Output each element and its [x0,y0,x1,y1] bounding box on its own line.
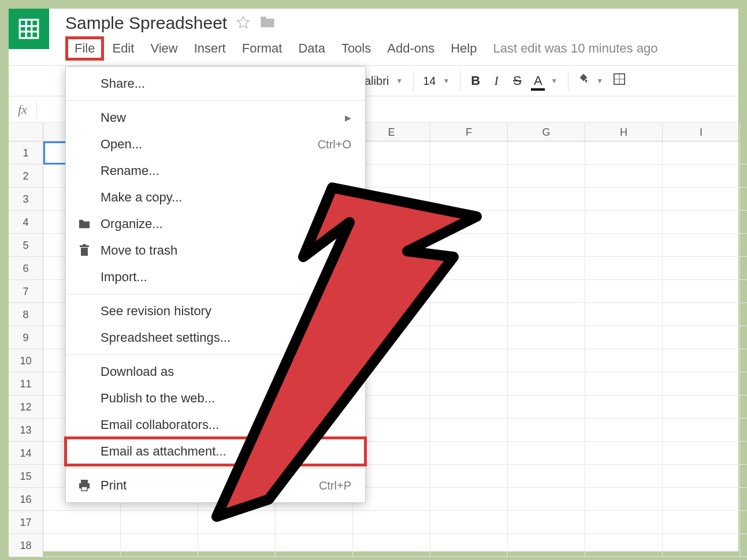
cell[interactable] [740,465,747,488]
cell[interactable] [353,511,430,534]
cell[interactable] [585,141,663,165]
document-title[interactable]: Sample Spreadsheet [65,13,227,33]
cell[interactable] [585,326,663,349]
row-header[interactable]: 2 [9,165,43,188]
cell[interactable] [663,442,740,465]
cell[interactable] [585,488,663,511]
cell[interactable] [430,257,508,280]
chevron-down-icon[interactable]: ▼ [443,77,449,85]
cell[interactable] [740,141,747,165]
cell[interactable] [353,534,430,557]
cell[interactable] [508,442,585,465]
cell[interactable] [508,349,585,372]
cell[interactable] [430,141,508,165]
cell[interactable] [430,234,508,257]
cell[interactable] [585,395,663,419]
cell[interactable] [585,372,663,395]
cell[interactable] [663,280,740,303]
cell[interactable] [663,372,740,395]
cell[interactable] [508,372,585,395]
menu-print[interactable]: PrintCtrl+P [66,472,365,499]
menu-tools[interactable]: Tools [333,38,379,59]
cell[interactable] [508,534,585,557]
menu-rename[interactable]: Rename... [66,158,365,184]
cell[interactable] [663,395,740,419]
select-all-corner[interactable] [9,123,43,141]
bold-button[interactable]: B [465,73,486,88]
row-header[interactable]: 17 [9,511,43,534]
column-header[interactable]: F [430,123,508,141]
cell[interactable] [430,395,508,419]
cell[interactable] [430,372,508,395]
cell[interactable] [508,326,585,349]
cell[interactable] [663,188,740,211]
menu-file[interactable]: File [65,36,104,61]
row-header[interactable]: 6 [9,257,43,280]
row-header[interactable]: 1 [9,141,43,165]
cell[interactable] [198,511,276,534]
cell[interactable] [430,349,508,372]
menu-organize[interactable]: Organize... [66,211,365,237]
cell[interactable] [585,188,663,211]
cell[interactable] [508,211,585,234]
row-header[interactable]: 5 [9,234,43,257]
cell[interactable] [508,395,585,419]
cell[interactable] [276,511,353,534]
cell[interactable] [508,165,585,188]
chevron-down-icon[interactable]: ▼ [551,77,558,85]
row-header[interactable]: 16 [9,488,43,511]
cell[interactable] [585,349,663,372]
cell[interactable] [585,442,663,465]
cell[interactable] [508,188,585,211]
cell[interactable] [121,511,198,534]
cell[interactable] [663,488,740,511]
menu-help[interactable]: Help [443,38,485,59]
star-icon[interactable] [236,15,250,31]
cell[interactable] [585,280,663,303]
cell[interactable] [430,465,508,488]
cell[interactable] [585,165,663,188]
cell[interactable] [740,442,747,465]
cell[interactable] [508,511,585,534]
menu-open[interactable]: Open...Ctrl+O [66,131,365,158]
cell[interactable] [430,326,508,349]
cell[interactable] [663,465,740,488]
cell[interactable] [663,534,740,557]
menu-new[interactable]: New▶ [66,104,365,131]
fill-color-button[interactable] [573,73,594,89]
menu-import[interactable]: Import... [66,264,365,290]
menu-spreadsheet-settings[interactable]: Spreadsheet settings... [66,324,365,351]
cell[interactable] [740,234,747,257]
menu-insert[interactable]: Insert [186,38,234,59]
menu-make-copy[interactable]: Make a copy... [66,184,365,211]
row-header[interactable]: 15 [9,465,43,488]
cell[interactable] [663,303,740,326]
row-header[interactable]: 11 [9,372,43,395]
cell[interactable] [740,372,747,395]
cell[interactable] [740,211,747,234]
cell[interactable] [430,488,508,511]
borders-button[interactable] [609,73,630,89]
cell[interactable] [276,534,353,557]
text-color-button[interactable]: A [527,73,548,88]
cell[interactable] [663,257,740,280]
menu-edit[interactable]: Edit [104,38,142,59]
cell[interactable] [740,395,747,419]
row-header[interactable]: 10 [9,349,43,372]
row-header[interactable]: 12 [9,395,43,419]
cell[interactable] [508,234,585,257]
cell[interactable] [663,141,740,165]
cell[interactable] [585,465,663,488]
cell[interactable] [121,534,198,557]
column-header[interactable]: H [585,123,663,141]
cell[interactable] [740,280,747,303]
row-header[interactable]: 7 [9,280,43,303]
cell[interactable] [585,303,663,326]
cell[interactable] [585,511,663,534]
cell[interactable] [663,211,740,234]
cell[interactable] [740,511,747,534]
cell[interactable] [663,326,740,349]
cell[interactable] [198,534,276,557]
menu-move-to-trash[interactable]: Move to trash [66,237,365,264]
cell[interactable] [663,234,740,257]
